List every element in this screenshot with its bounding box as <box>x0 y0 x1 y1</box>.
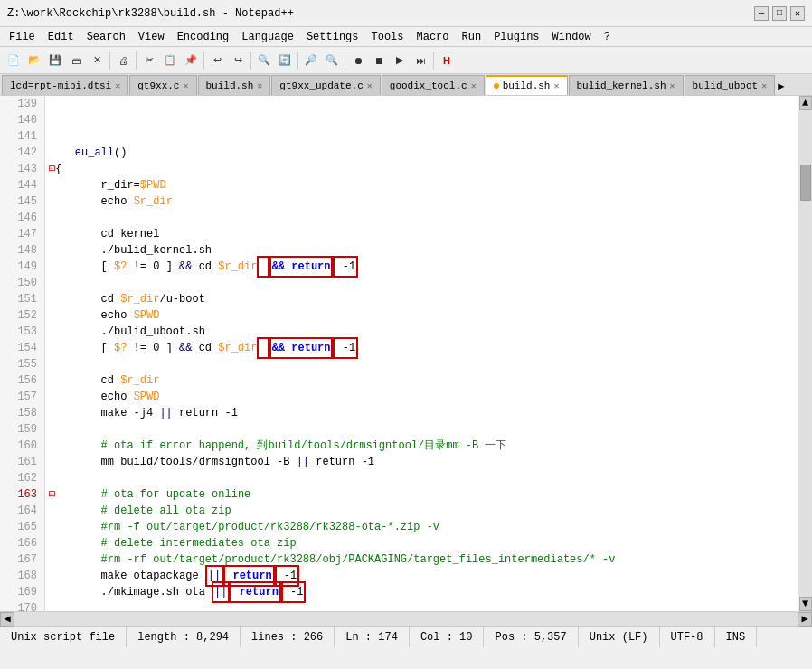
tab-4[interactable]: goodix_tool.c ✕ <box>382 75 485 95</box>
menu-edit[interactable]: Edit <box>42 29 80 45</box>
find-button[interactable]: 🔍 <box>254 51 274 71</box>
editor-main: 139 140 141 142 143 144 145 146 147 148 … <box>0 96 812 611</box>
line-169: ./mkimage.sh ota || return -1 <box>49 584 794 600</box>
tab-close[interactable]: ✕ <box>183 80 188 91</box>
titlebar: Z:\work\Rockchip\rk3288\build.sh - Notep… <box>0 0 812 27</box>
undo-button[interactable]: ↩ <box>207 51 227 71</box>
ln: Ln : 174 <box>335 627 410 647</box>
menu-settings[interactable]: Settings <box>301 29 364 45</box>
tab-label: build.sh <box>206 80 254 91</box>
close-button[interactable]: ✕ <box>87 51 107 71</box>
tab-6[interactable]: bulid_kernel.sh ✕ <box>569 75 684 95</box>
menu-search[interactable]: Search <box>81 29 131 45</box>
paste-button[interactable]: 📌 <box>181 51 201 71</box>
maximize-button[interactable]: □ <box>772 6 787 21</box>
statusbar: Unix script file length : 8,294 lines : … <box>0 626 812 647</box>
tab-label: bulid_uboot <box>693 80 759 91</box>
sep4 <box>250 52 251 70</box>
toolbar: 📄 📂 💾 🗃 ✕ 🖨 ✂ 📋 📌 ↩ ↪ 🔍 🔄 🔎 🔍 ⏺ ⏹ ▶ ⏭ H <box>0 47 812 74</box>
line-162 <box>49 470 794 486</box>
tab-label: gt9xx.c <box>137 80 179 91</box>
line-167: #rm -rf out/target/product/rk3288/obj/PA… <box>49 551 794 568</box>
line-140 <box>49 112 794 128</box>
line-147: cd kernel <box>49 226 794 242</box>
menu-language[interactable]: Language <box>236 29 299 45</box>
menu-plugins[interactable]: Plugins <box>488 29 544 45</box>
macro-rec-button[interactable]: ⏺ <box>348 51 368 71</box>
line-152: echo $PWD <box>49 307 794 324</box>
scroll-track[interactable] <box>798 110 812 597</box>
macro-play-button[interactable]: ▶ <box>390 51 410 71</box>
tab-close[interactable]: ✕ <box>367 80 373 91</box>
save-button[interactable]: 💾 <box>45 51 65 71</box>
tab-close[interactable]: ✕ <box>257 80 262 91</box>
tab-label: build.sh <box>503 80 551 91</box>
tab-close[interactable]: ✕ <box>471 80 477 91</box>
macro-stop-button[interactable]: ⏹ <box>369 51 389 71</box>
line-ending: Unix (LF) <box>579 627 660 647</box>
horizontal-scrollbar[interactable]: ◀ ▶ <box>0 611 812 626</box>
scroll-down-button[interactable]: ▼ <box>799 597 812 611</box>
sync-button[interactable]: H <box>437 51 457 71</box>
menu-window[interactable]: Window <box>547 29 597 45</box>
h-scroll-track[interactable] <box>14 612 798 626</box>
menu-file[interactable]: File <box>4 29 41 45</box>
tab-close[interactable]: ✕ <box>115 80 120 91</box>
menu-macro[interactable]: Macro <box>411 29 455 45</box>
zoom-in-button[interactable]: 🔎 <box>301 51 321 71</box>
minimize-button[interactable]: — <box>754 6 769 21</box>
tab-5[interactable]: build.sh ✕ <box>486 75 568 95</box>
menu-run[interactable]: Run <box>457 29 487 45</box>
col: Col : 10 <box>410 627 485 647</box>
save-all-button[interactable]: 🗃 <box>66 51 86 71</box>
line-150 <box>49 275 794 291</box>
tab-0[interactable]: lcd=rpt-mipi.dtsi ✕ <box>2 75 128 95</box>
menu-tools[interactable]: Tools <box>365 29 409 45</box>
scroll-right-button[interactable]: ▶ <box>798 612 812 627</box>
tab-1[interactable]: gt9xx.c ✕ <box>129 75 196 95</box>
line-153: ./bulid_uboot.sh <box>49 324 794 340</box>
cut-button[interactable]: ✂ <box>139 51 159 71</box>
tab-7[interactable]: bulid_uboot ✕ <box>685 75 776 95</box>
open-button[interactable]: 📂 <box>24 51 44 71</box>
tab-2[interactable]: build.sh ✕ <box>198 75 271 95</box>
scroll-up-button[interactable]: ▲ <box>799 96 812 110</box>
macro-run-button[interactable]: ⏭ <box>411 51 430 71</box>
menu-view[interactable]: View <box>133 29 170 45</box>
line-160: # ota if error happend, 到build/tools/drm… <box>49 438 794 454</box>
dirty-indicator <box>494 83 499 89</box>
scroll-thumb[interactable] <box>800 165 811 201</box>
line-146 <box>49 210 794 226</box>
print-button[interactable]: 🖨 <box>113 51 133 71</box>
line-154: [ $? != 0 ] && cd $r_dir && return -1 <box>49 340 794 356</box>
sep5 <box>297 52 298 70</box>
close-button[interactable]: ✕ <box>790 6 805 21</box>
menu-encoding[interactable]: Encoding <box>172 29 235 45</box>
tab-label: lcd=rpt-mipi.dtsi <box>10 80 111 91</box>
new-button[interactable]: 📄 <box>4 51 24 71</box>
scroll-left-button[interactable]: ◀ <box>0 612 14 627</box>
sep6 <box>345 52 345 70</box>
tab-close[interactable]: ✕ <box>761 80 767 91</box>
tab-3[interactable]: gt9xx_update.c ✕ <box>271 75 380 95</box>
tab-label: bulid_kernel.sh <box>577 80 666 91</box>
line-155 <box>49 356 794 372</box>
redo-button[interactable]: ↪ <box>228 51 248 71</box>
line-168: make otapackage || return -1 <box>49 568 794 584</box>
pos: Pos : 5,357 <box>484 627 578 647</box>
line-165: #rm -f out/target/product/rk3288/rk3288-… <box>49 519 794 535</box>
code-editor[interactable]: eu_all() ⊡{ r_dir=$PWD echo $r_dir cd ke… <box>45 96 798 611</box>
line-144: r_dir=$PWD <box>49 177 794 193</box>
line-157: echo $PWD <box>49 389 794 405</box>
line-156: cd $r_dir <box>49 372 794 389</box>
zoom-out-button[interactable]: 🔍 <box>322 51 342 71</box>
vertical-scrollbar[interactable]: ▲ ▼ <box>798 96 812 611</box>
replace-button[interactable]: 🔄 <box>275 51 295 71</box>
tab-scroll-right[interactable]: ▶ <box>776 78 786 95</box>
line-161: mm build/tools/drmsigntool -B || return … <box>49 454 794 470</box>
title-text: Z:\work\Rockchip\rk3288\build.sh - Notep… <box>7 7 294 20</box>
copy-button[interactable]: 📋 <box>160 51 180 71</box>
tab-close[interactable]: ✕ <box>670 80 675 91</box>
menu-help[interactable]: ? <box>599 29 616 45</box>
tab-close[interactable]: ✕ <box>553 80 559 91</box>
